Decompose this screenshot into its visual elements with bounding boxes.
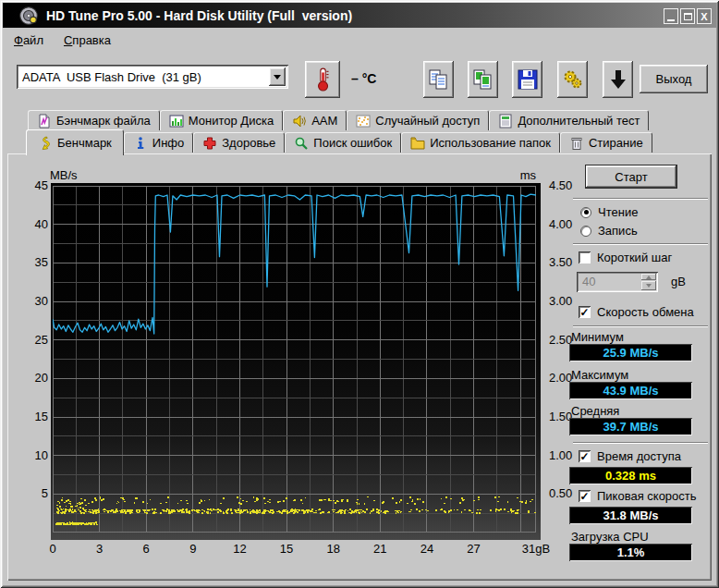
menu-help[interactable]: Справка [55, 31, 120, 50]
axis-tick-label: 40 [7, 217, 48, 231]
stride-value: 40 [577, 272, 641, 292]
axis-tick-label: 5 [7, 486, 48, 500]
axis-tick-label: 0 [34, 542, 71, 556]
read-radio-label: Чтение [598, 205, 638, 219]
tab-health[interactable]: Здоровье [193, 132, 285, 153]
access-time-label: Время доступа [597, 449, 681, 463]
tab-erase[interactable]: Стирание [560, 132, 652, 153]
copy-report-icon [428, 67, 450, 92]
left-axis-unit: MB/s [50, 168, 78, 182]
gears-icon [562, 67, 584, 92]
arrow-down-icon [607, 67, 629, 92]
axis-tick-label: 9 [175, 542, 212, 556]
save-floppy-icon [517, 67, 539, 92]
maximize-button[interactable] [680, 8, 695, 24]
axis-tick-label: 45 [7, 178, 48, 192]
separator [573, 442, 708, 444]
axis-tick-label: 27 [456, 542, 493, 556]
spinner-down-button[interactable] [641, 281, 656, 290]
separator [573, 325, 708, 327]
axis-tick-label: 35 [7, 255, 48, 269]
separator [573, 198, 708, 200]
access-time-checkbox[interactable]: ✓ [579, 450, 591, 462]
tab-aam[interactable]: AAM [283, 110, 347, 130]
access-time-value: 0.328 ms [569, 467, 692, 484]
options-button[interactable] [557, 61, 588, 98]
tab-row-back: Бэнчмарк файла Монитор Диска AAM [28, 110, 649, 130]
write-radio-label: Запись [598, 224, 638, 238]
access-time-row[interactable]: ✓ Время доступа [579, 449, 681, 463]
title-bar[interactable]: HD Tune Pro 5.00 - Hard Disk Utility (Fu… [3, 3, 716, 28]
app-window: HD Tune Pro 5.00 - Hard Disk Utility (Fu… [0, 0, 719, 588]
start-button[interactable]: Старт [585, 165, 677, 189]
burst-rate-value: 31.8 MB/s [569, 507, 692, 524]
read-radio-row[interactable]: Чтение [580, 205, 638, 219]
folder-icon [410, 136, 425, 151]
benchmark-chart [51, 183, 541, 540]
write-radio-row[interactable]: Запись [580, 224, 638, 238]
menu-file[interactable]: Файл [5, 31, 53, 50]
tab-disk-monitor[interactable]: Монитор Диска [160, 110, 283, 130]
random-access-icon [356, 114, 371, 129]
read-radio[interactable] [580, 207, 591, 218]
temperature-value: – °C [351, 71, 376, 86]
write-radio[interactable] [580, 226, 591, 237]
scroll-down-button[interactable] [603, 61, 633, 98]
health-cross-icon [202, 136, 217, 151]
right-axis-unit: ms [469, 168, 536, 182]
stride-unit-label: gB [671, 275, 686, 288]
minimum-value: 25.9 MB/s [569, 344, 692, 361]
info-icon [133, 136, 148, 151]
save-button[interactable] [512, 61, 542, 98]
benchmark-page: MB/s ms 45403530252015105 4.504.003.503.… [7, 153, 712, 581]
axis-tick-label: 30 [7, 294, 48, 308]
drive-select[interactable]: ADATA USB Flash Drive (31 gB) [17, 65, 288, 89]
axis-tick-label: 21 [361, 542, 398, 556]
speaker-icon [292, 114, 307, 129]
copy-screenshot-icon [472, 67, 494, 92]
tab-benchmark-active[interactable]: Бенчмарк [26, 129, 124, 155]
cpu-usage-value: 1.1% [569, 544, 692, 561]
axis-tick-label: 20 [7, 371, 48, 385]
menu-bar: Файл Справка [3, 28, 716, 52]
magnifier-icon [294, 136, 309, 151]
burst-rate-checkbox[interactable]: ✓ [579, 490, 591, 502]
copy-screenshot-button[interactable] [468, 61, 498, 98]
temperature-button[interactable] [305, 61, 340, 98]
dropdown-arrow-button[interactable] [269, 67, 286, 86]
spinner-up-button[interactable] [641, 274, 656, 280]
separator [573, 243, 708, 245]
axis-tick-label: 3 [81, 542, 118, 556]
axis-tick-label: 18 [315, 542, 352, 556]
tab-extra-tests[interactable]: Дополнительный тест [489, 110, 649, 130]
short-stride-row[interactable]: Короткий шаг [579, 251, 672, 264]
tab-file-benchmark[interactable]: Бэнчмарк файла [28, 110, 160, 130]
maximum-value: 43.9 MB/s [569, 382, 692, 399]
app-hdd-icon [18, 6, 39, 26]
short-stride-checkbox[interactable] [579, 251, 591, 263]
axis-tick-label: 6 [128, 542, 165, 556]
cpu-usage-label: Загрузка CPU [571, 530, 649, 544]
copy-report-button[interactable] [423, 61, 454, 98]
exit-button[interactable]: Выход [640, 65, 708, 93]
stride-spinner[interactable]: 40 [577, 272, 658, 292]
tab-info[interactable]: Инфо [124, 132, 193, 153]
close-button[interactable]: X [697, 8, 712, 24]
tab-folder-usage[interactable]: Использование папок [401, 132, 560, 153]
minimum-label: Минимум [571, 330, 624, 344]
benchmark-controls-panel: Старт Чтение Запись Короткий шаг 40 [562, 153, 712, 581]
transfer-rate-row[interactable]: ✓ Скорость обмена [579, 305, 694, 319]
disk-monitor-icon [169, 114, 184, 129]
average-value: 39.7 MB/s [569, 418, 692, 435]
burst-rate-row[interactable]: ✓ Пиковая скорость [579, 489, 697, 503]
tab-error-scan[interactable]: Поиск ошибок [285, 132, 401, 153]
spinner-up-icon [646, 273, 652, 279]
minimize-button[interactable] [664, 8, 678, 24]
spinner-down-icon [646, 284, 652, 290]
transfer-rate-checkbox[interactable]: ✓ [579, 306, 591, 318]
tab-random-access[interactable]: Случайный доступ [347, 110, 489, 130]
axis-tick-label: 15 [268, 542, 305, 556]
chevron-down-icon [274, 75, 281, 83]
tab-row-front: Бенчмарк Инфо Здоровье Поиск ошибок [26, 132, 652, 153]
drive-select-value: ADATA USB Flash Drive (31 gB) [17, 70, 269, 84]
